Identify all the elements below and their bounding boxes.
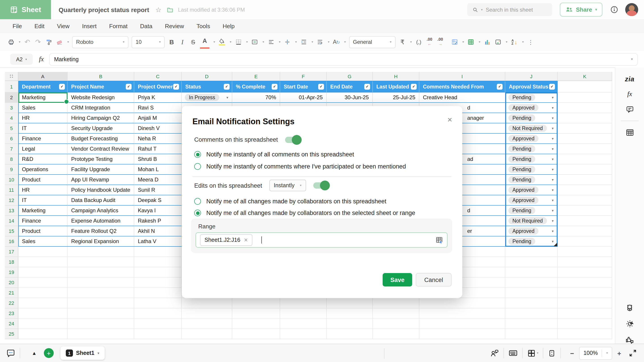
table-header-end-date[interactable]: End Date✓ [327,81,373,93]
cell-A19[interactable] [18,267,68,278]
currency-format-button[interactable]: ₹ [398,36,406,48]
cell-dropdown-icon[interactable]: ▾ [552,167,554,172]
cell-J13[interactable]: Pending▾ [505,205,558,216]
table-header-approval-status[interactable]: Approval Status✓ [505,81,558,93]
print-button[interactable] [7,36,15,48]
cell-F22[interactable] [280,298,327,308]
view-settings-icon[interactable] [625,304,634,312]
print-chevron-icon[interactable]: ▾ [19,40,20,44]
cell-K9[interactable] [558,165,612,175]
column-header-F[interactable]: F [280,72,327,81]
cell-J5[interactable]: Not Required▾ [505,123,558,134]
filter-icon[interactable]: ✓ [272,84,278,89]
decrease-decimal-button[interactable]: .00← [426,36,433,48]
cell-K7[interactable] [558,144,612,154]
cell-H2[interactable]: 25-Jul-25 [373,93,419,103]
cell-C24[interactable] [134,319,182,329]
filter-icon[interactable]: ✓ [497,84,502,89]
cell-B3[interactable]: CRM Integration [68,103,134,113]
row-header-9[interactable]: 9 [5,165,18,175]
approval-pill[interactable]: Pending [508,94,535,101]
cell-A16[interactable]: Sales [18,236,68,247]
radio-unselected-icon[interactable] [194,198,201,205]
approval-pill[interactable]: Approved [508,104,538,111]
favorite-star-icon[interactable]: ☆ [156,5,162,14]
cell-F2[interactable]: 01-Apr-25 [280,93,327,103]
column-header-B[interactable]: B [68,72,134,81]
cell-C23[interactable] [134,308,182,319]
increase-decimal-button[interactable]: .00→ [436,36,444,48]
cell-F25[interactable] [280,329,327,339]
range-picker-icon[interactable] [436,236,443,244]
row-header-23[interactable]: 23 [5,308,18,319]
cell-dropdown-icon[interactable]: ▾ [552,126,554,130]
cell-B16[interactable]: Regional Expansion [68,236,134,247]
table-chevron-icon[interactable]: ▾ [479,40,480,44]
column-header-A[interactable]: A [18,72,68,81]
eraser-button[interactable] [56,36,63,48]
cell-dropdown-icon[interactable]: ▾ [552,219,554,223]
cell-J25[interactable] [505,329,558,339]
cell-B14[interactable]: Expense Automation [68,216,134,226]
cell-J15[interactable]: Approved▾ [505,226,558,236]
search-options-chevron-icon[interactable]: ▾ [481,8,483,11]
zoom-level-select[interactable]: 100% ▾ [579,347,612,360]
cell-B8[interactable]: Prototype Testing [68,154,134,165]
cell-B5[interactable]: Security Upgrade [68,123,134,134]
cell-K6[interactable] [558,134,612,144]
folder-icon[interactable] [166,6,174,13]
cell-K19[interactable] [558,267,612,278]
zia-icon[interactable]: zia [625,75,634,83]
cell-J18[interactable] [505,257,558,267]
row-header-13[interactable]: 13 [5,205,18,216]
bold-button[interactable]: B [168,36,176,48]
table-header-project-owner[interactable]: Project Owner✓ [134,81,182,93]
column-header-C[interactable]: C [134,72,182,81]
cell-F24[interactable] [280,319,327,329]
cell-J16[interactable]: Pending▾ [505,236,558,247]
cell-K3[interactable] [558,103,612,113]
radio-selected-icon[interactable] [194,151,201,158]
cell-K1[interactable] [558,81,612,93]
borders-button[interactable] [234,36,242,48]
cell-J6[interactable]: Approved▾ [505,134,558,144]
cell-K18[interactable] [558,257,612,267]
cell-dropdown-icon[interactable]: ▾ [552,178,554,182]
table-header-start-date[interactable]: Start Date✓ [280,81,327,93]
row-header-21[interactable]: 21 [5,288,18,298]
menu-tools[interactable]: Tools [196,23,210,29]
cell-A6[interactable]: Finance [18,134,68,144]
feedback-icon[interactable] [625,336,634,344]
text-wrap-button[interactable] [316,36,324,48]
cell-dropdown-icon[interactable]: ▾ [552,137,554,141]
merge-cells-button[interactable] [251,36,258,48]
cell-dropdown-icon[interactable]: ▾ [552,239,554,243]
row-header-6[interactable]: 6 [5,134,18,144]
row-header-24[interactable]: 24 [5,319,18,329]
save-button[interactable]: Save [383,273,412,286]
cell-dropdown-icon[interactable]: ▾ [552,147,554,151]
cell-J10[interactable]: Pending▾ [505,175,558,185]
cell-B9[interactable]: Facility Upgrade [68,165,134,175]
cell-G2[interactable]: 30-Jun-25 [327,93,373,103]
cell-C16[interactable]: Latha V [134,236,182,247]
filter-icon[interactable]: ✓ [126,84,132,89]
fx-icon[interactable]: fx [39,55,44,63]
cell-G25[interactable] [327,329,373,339]
select-all-corner[interactable] [5,72,18,81]
cell-J14[interactable]: Not Required▾ [505,216,558,226]
cell-dropdown-icon[interactable]: ▾ [552,116,554,120]
filter-icon[interactable]: ✓ [318,84,324,89]
cell-K17[interactable] [558,247,612,257]
cell-K24[interactable] [558,319,612,329]
row-header-25[interactable]: 25 [5,329,18,339]
cell-C15[interactable]: Akhil N [134,226,182,236]
edits-notify-option-2[interactable]: Notify me of all changes made by collabo… [194,210,415,216]
cell-A9[interactable]: Operations [18,165,68,175]
cell-J11[interactable]: Approved▾ [505,185,558,195]
cell-J12[interactable]: Approved▾ [505,195,558,205]
horizontal-align-button[interactable] [267,36,275,48]
filter-icon[interactable]: ✓ [364,84,370,89]
cell-K10[interactable] [558,175,612,185]
approval-pill[interactable]: Approved [508,227,538,235]
